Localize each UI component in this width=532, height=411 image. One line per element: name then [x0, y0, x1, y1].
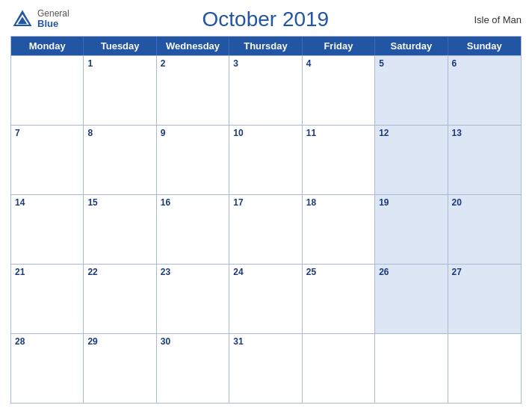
day-number: 9 — [161, 128, 225, 140]
calendar-header-row: Monday Tuesday Wednesday Thursday Friday… — [11, 37, 521, 55]
week-row-5: 28293031 — [11, 333, 521, 403]
day-cell-w2-d4: 10 — [229, 126, 302, 194]
day-cell-w5-d4: 31 — [229, 334, 302, 403]
week-row-4: 21222324252627 — [11, 264, 521, 333]
day-cell-w4-d1: 21 — [11, 265, 84, 333]
day-cell-w2-d1: 7 — [11, 126, 84, 194]
col-saturday: Saturday — [375, 37, 448, 55]
day-cell-w1-d1 — [11, 56, 84, 125]
day-cell-w3-d7: 20 — [448, 195, 521, 264]
col-tuesday: Tuesday — [84, 37, 156, 55]
day-number: 20 — [452, 197, 517, 209]
logo-text: General Blue — [37, 9, 69, 29]
col-thursday: Thursday — [229, 37, 302, 55]
calendar-grid: Monday Tuesday Wednesday Thursday Friday… — [10, 36, 522, 404]
calendar-page: General Blue October 2019 Isle of Man Mo… — [0, 0, 532, 411]
col-friday: Friday — [303, 37, 375, 55]
day-number: 17 — [233, 197, 297, 209]
day-number: 1 — [87, 58, 152, 70]
day-number: 12 — [379, 128, 443, 140]
week-row-2: 78910111213 — [11, 125, 521, 194]
day-cell-w3-d2: 15 — [84, 195, 156, 264]
day-number: 22 — [87, 267, 152, 279]
day-number: 24 — [233, 267, 297, 279]
day-number: 4 — [306, 58, 371, 70]
day-number: 28 — [15, 336, 79, 348]
day-cell-w2-d7: 13 — [448, 126, 521, 194]
day-cell-w1-d3: 2 — [157, 56, 229, 125]
day-cell-w1-d6: 5 — [375, 56, 448, 125]
col-sunday: Sunday — [448, 37, 521, 55]
day-cell-w1-d7: 6 — [448, 56, 521, 125]
day-cell-w4-d3: 23 — [157, 265, 229, 333]
day-cell-w3-d5: 18 — [303, 195, 375, 264]
day-cell-w4-d5: 25 — [303, 265, 375, 333]
generalblue-logo-icon — [10, 7, 34, 31]
day-number: 13 — [452, 128, 517, 140]
day-cell-w2-d3: 9 — [157, 126, 229, 194]
day-number: 25 — [306, 267, 371, 279]
day-number: 7 — [15, 128, 79, 140]
day-cell-w5-d5 — [303, 334, 375, 403]
day-cell-w5-d1: 28 — [11, 334, 84, 403]
day-cell-w5-d3: 30 — [157, 334, 229, 403]
day-number: 30 — [161, 336, 225, 348]
col-wednesday: Wednesday — [157, 37, 229, 55]
calendar-body: 1234567891011121314151617181920212223242… — [11, 55, 521, 403]
day-cell-w2-d2: 8 — [84, 126, 156, 194]
logo-blue-text: Blue — [37, 19, 69, 29]
day-cell-w5-d6 — [375, 334, 448, 403]
day-number: 5 — [379, 58, 443, 70]
day-number: 2 — [161, 58, 225, 70]
region-label: Isle of Man — [462, 14, 522, 25]
day-number: 31 — [233, 336, 297, 348]
day-cell-w4-d2: 22 — [84, 265, 156, 333]
week-row-3: 14151617181920 — [11, 194, 521, 264]
day-number: 8 — [87, 128, 152, 140]
day-cell-w5-d7 — [448, 334, 521, 403]
day-number: 3 — [233, 58, 297, 70]
day-number: 11 — [306, 128, 371, 140]
day-number: 15 — [87, 197, 152, 209]
day-number: 21 — [15, 267, 79, 279]
day-cell-w3-d4: 17 — [229, 195, 302, 264]
day-number: 23 — [161, 267, 225, 279]
logo-area: General Blue — [10, 7, 69, 31]
week-row-1: 123456 — [11, 55, 521, 125]
day-cell-w2-d6: 12 — [375, 126, 448, 194]
day-cell-w1-d4: 3 — [229, 56, 302, 125]
day-cell-w5-d2: 29 — [84, 334, 156, 403]
day-number: 19 — [379, 197, 443, 209]
day-cell-w3-d6: 19 — [375, 195, 448, 264]
col-monday: Monday — [11, 37, 84, 55]
day-number: 14 — [15, 197, 79, 209]
day-cell-w1-d2: 1 — [84, 56, 156, 125]
day-cell-w4-d7: 27 — [448, 265, 521, 333]
day-cell-w3-d3: 16 — [157, 195, 229, 264]
day-cell-w4-d4: 24 — [229, 265, 302, 333]
day-cell-w4-d6: 26 — [375, 265, 448, 333]
calendar-header: General Blue October 2019 Isle of Man — [10, 7, 522, 31]
day-cell-w1-d5: 4 — [303, 56, 375, 125]
day-number: 26 — [379, 267, 443, 279]
day-number: 10 — [233, 128, 297, 140]
day-number: 29 — [87, 336, 152, 348]
day-number: 16 — [161, 197, 225, 209]
month-title: October 2019 — [69, 7, 462, 31]
day-cell-w3-d1: 14 — [11, 195, 84, 264]
day-number: 6 — [452, 58, 517, 70]
day-number: 18 — [306, 197, 371, 209]
day-number: 27 — [452, 267, 517, 279]
day-cell-w2-d5: 11 — [303, 126, 375, 194]
